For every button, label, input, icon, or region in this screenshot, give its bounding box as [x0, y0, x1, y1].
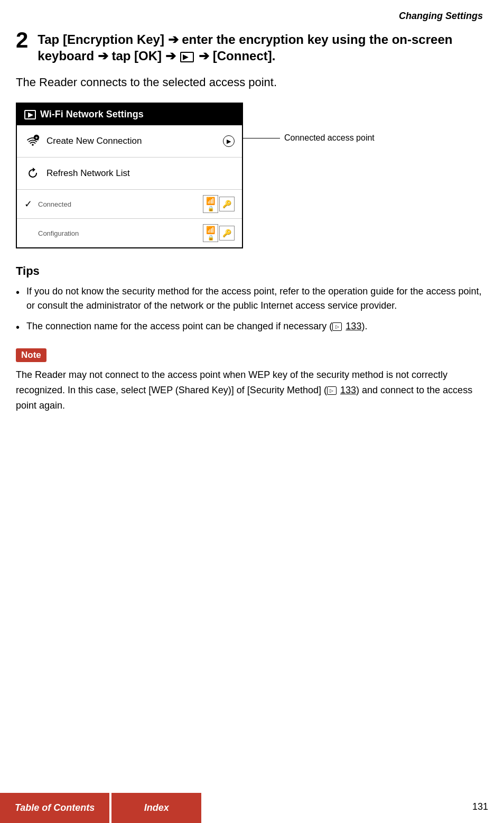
wifi-icon-refresh — [24, 165, 41, 182]
wifi-header-icon: ▶ — [24, 110, 36, 119]
index-button[interactable]: Index — [111, 793, 201, 823]
callout-area: Connected access point — [243, 133, 375, 143]
note-section: Note The Reader may not connect to the a… — [16, 348, 488, 413]
page-header-title: Changing Settings — [399, 11, 483, 21]
wifi-panel: ▶ Wi-Fi Network Settings + — [16, 103, 243, 248]
key-icon: 🔑 — [219, 197, 235, 211]
wifi-create-action-icon[interactable]: ▶ — [223, 135, 235, 147]
wifi-panel-header: ▶ Wi-Fi Network Settings — [17, 104, 242, 125]
key-icon-2: 🔑 — [219, 226, 235, 241]
callout-line — [243, 138, 280, 138]
subtitle-text: The Reader connects to the selected acce… — [16, 75, 488, 91]
step-block: 2 Tap [Encryption Key] ➔ enter the encry… — [16, 31, 488, 64]
wifi-network-connected[interactable]: ✓ Connected 📶 🔒 🔑 — [17, 190, 242, 219]
network-connected-label: Connected — [38, 200, 200, 208]
checkmark-icon: ✓ — [24, 198, 35, 210]
ref-icon-1: ▷ — [332, 322, 342, 331]
svg-point-0 — [32, 144, 34, 146]
wifi-panel-title: Wi-Fi Network Settings — [40, 109, 144, 120]
wifi-row-refresh[interactable]: Refresh Network List — [17, 158, 242, 190]
wifi-panel-area: ▶ Wi-Fi Network Settings + — [16, 103, 488, 248]
tips-title: Tips — [16, 264, 488, 278]
ref-link-1[interactable]: 133 — [346, 321, 361, 331]
connect-icon-inline: ▶ — [180, 52, 194, 62]
step-text-part2: ➔ [Connect]. — [195, 49, 275, 63]
tips-item-1: If you do not know the security method f… — [16, 284, 488, 313]
wifi-network-config[interactable]: ✓ Configuration 📶 🔒 🔑 — [17, 219, 242, 247]
page-container: Changing Settings 2 Tap [Encryption Key]… — [0, 0, 504, 823]
wifi-signal-icon: 📶 🔒 — [203, 195, 218, 213]
page-number: 131 — [472, 801, 488, 812]
network-config-icons: 📶 🔒 🔑 — [203, 224, 235, 242]
network-connected-icons: 📶 🔒 🔑 — [203, 195, 235, 213]
svg-text:+: + — [35, 135, 38, 141]
tips-section: Tips If you do not know the security met… — [16, 264, 488, 334]
step-number: 2 — [16, 29, 28, 51]
note-badge: Note — [16, 348, 46, 362]
tips-list: If you do not know the security method f… — [16, 284, 488, 334]
ref-link-2[interactable]: 133 — [340, 385, 356, 395]
table-of-contents-button[interactable]: Table of Contents — [0, 793, 109, 823]
note-text: The Reader may not connect to the access… — [16, 367, 488, 413]
wifi-icon-create: + — [24, 133, 41, 150]
footer-spacer — [201, 793, 504, 823]
wifi-signal-icon-2: 📶 🔒 — [203, 224, 218, 242]
page-footer: Table of Contents Index — [0, 793, 504, 823]
step-text: Tap [Encryption Key] ➔ enter the encrypt… — [38, 31, 488, 64]
tips-item-2: The connection name for the access point… — [16, 319, 488, 334]
wifi-refresh-label: Refresh Network List — [46, 168, 235, 179]
ref-icon-2: ▷ — [327, 386, 337, 395]
callout-text: Connected access point — [284, 133, 375, 143]
page-header: Changing Settings — [16, 11, 488, 22]
network-config-label: Configuration — [38, 229, 200, 237]
wifi-row-create[interactable]: + Create New Connection ▶ — [17, 125, 242, 158]
wifi-create-label: Create New Connection — [46, 136, 218, 146]
